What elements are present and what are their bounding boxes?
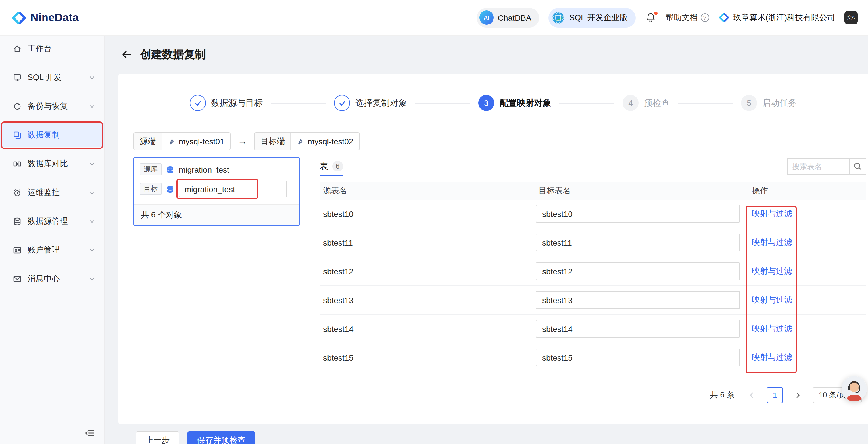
- target-table-input[interactable]: [536, 291, 740, 309]
- col-source-table: 源表名: [320, 182, 531, 200]
- mapping-filter-link[interactable]: 映射与过滤: [752, 266, 792, 276]
- mapping-table-area: 表 6: [320, 157, 866, 403]
- sidebar-item-label: 数据库对比: [28, 159, 68, 169]
- globe-icon: [552, 11, 565, 25]
- chevron-down-icon: [88, 160, 96, 168]
- pagination: 共 6 条 1 10 条/页: [320, 387, 866, 403]
- chevron-down-icon: [88, 189, 96, 197]
- sidebar-item-label: SQL 开发: [28, 72, 62, 83]
- table-row: sbtest15 映射与过滤: [320, 343, 866, 372]
- step-connector: [678, 103, 733, 103]
- tab-tables[interactable]: 表 6: [320, 157, 343, 175]
- step-label: 预检查: [644, 97, 670, 109]
- target-table-input[interactable]: [536, 205, 740, 223]
- help-docs-link[interactable]: 帮助文档 ?: [665, 12, 709, 23]
- chatdba-label: ChatDBA: [498, 13, 531, 22]
- step-connector: [271, 103, 326, 103]
- page-header: 创建数据复制: [104, 36, 868, 73]
- source-endpoint: 源端 mysql-test01: [133, 132, 231, 150]
- prev-step-button[interactable]: 上一步: [136, 431, 179, 444]
- sidebar-collapse-button[interactable]: [85, 428, 95, 438]
- brand[interactable]: NineData: [11, 10, 79, 25]
- back-button[interactable]: [121, 49, 132, 60]
- chevron-down-icon: [88, 73, 96, 82]
- step-number: 4: [623, 95, 639, 111]
- source-table-name: sbtest15: [320, 353, 531, 362]
- menu-fold-icon: [85, 428, 95, 438]
- target-table-input[interactable]: [536, 349, 740, 366]
- target-db-row: 目标: [134, 178, 300, 204]
- tab-label: 表: [320, 161, 328, 172]
- datasource-icon: [168, 138, 175, 145]
- target-db-input[interactable]: [179, 181, 287, 197]
- source-db-name: migration_test: [179, 165, 229, 174]
- source-table-name: sbtest13: [320, 295, 531, 304]
- target-table-input[interactable]: [536, 320, 740, 337]
- notification-bell-button[interactable]: [645, 12, 656, 23]
- source-db-tag: 源库: [140, 163, 161, 175]
- sidebar-item-label: 运维监控: [28, 187, 60, 198]
- next-page-button[interactable]: [790, 387, 806, 403]
- target-endpoint: 目标端 mysql-test02: [254, 132, 360, 150]
- source-table-name: sbtest11: [320, 238, 531, 247]
- sidebar-item-label: 备份与恢复: [28, 101, 68, 112]
- wizard-footer: 上一步 保存并预检查: [136, 431, 868, 444]
- sidebar-item-account-mgmt[interactable]: 账户管理: [0, 238, 104, 262]
- sidebar-item-sql-dev[interactable]: SQL 开发: [0, 65, 104, 90]
- chatdba-button[interactable]: AI ChatDBA: [476, 8, 539, 27]
- tab-active-indicator: [320, 175, 343, 176]
- source-table-name: sbtest10: [320, 209, 531, 218]
- step-number: 5: [741, 95, 757, 111]
- edition-button[interactable]: SQL 开发企业版: [549, 8, 636, 27]
- terminal-icon: [13, 73, 22, 82]
- search-input[interactable]: [787, 158, 849, 174]
- sidebar-item-ops-monitor[interactable]: 运维监控: [0, 181, 104, 205]
- mapping-filter-link[interactable]: 映射与过滤: [752, 295, 792, 305]
- target-table-input[interactable]: [536, 262, 740, 280]
- content-columns: 源库 migration_test 目标: [133, 157, 868, 403]
- step-5: 5 启动任务: [741, 95, 797, 111]
- source-table-name: sbtest14: [320, 324, 531, 333]
- mail-icon: [13, 274, 22, 284]
- sidebar-item-backup-restore[interactable]: 备份与恢复: [0, 94, 104, 118]
- sidebar-item-data-replication[interactable]: 数据复制: [0, 123, 104, 147]
- tab-count-badge: 6: [332, 161, 343, 171]
- database-icon: [13, 217, 22, 226]
- language-switch-button[interactable]: 文A: [844, 11, 858, 24]
- sidebar-item-db-compare[interactable]: 数据库对比: [0, 152, 104, 176]
- current-page[interactable]: 1: [767, 387, 783, 403]
- sidebar: 工作台 SQL 开发 备份与恢复: [0, 36, 104, 444]
- step-done-icon: [190, 95, 206, 111]
- page-title: 创建数据复制: [140, 47, 206, 62]
- step-4: 4 预检查: [623, 95, 670, 111]
- sidebar-item-message-center[interactable]: 消息中心: [0, 267, 104, 291]
- table-search: [787, 158, 866, 175]
- edition-label: SQL 开发企业版: [569, 12, 628, 23]
- sidebar-item-datasource-mgmt[interactable]: 数据源管理: [0, 209, 104, 234]
- sidebar-item-workbench[interactable]: 工作台: [0, 37, 104, 61]
- help-label: 帮助文档: [665, 12, 698, 23]
- table-row: sbtest11 映射与过滤: [320, 228, 866, 257]
- mapping-filter-link[interactable]: 映射与过滤: [752, 352, 792, 363]
- mapping-filter-link[interactable]: 映射与过滤: [752, 324, 792, 334]
- prev-page-button[interactable]: [744, 387, 760, 403]
- datasource-icon: [297, 138, 304, 145]
- ai-icon: AI: [479, 10, 494, 25]
- mapping-filter-link[interactable]: 映射与过滤: [752, 237, 792, 247]
- endpoints-row: 源端 mysql-test01 → 目标端: [133, 132, 868, 150]
- search-button[interactable]: [849, 158, 866, 174]
- save-precheck-button[interactable]: 保存并预检查: [187, 431, 255, 444]
- chevron-right-icon: [795, 392, 802, 398]
- step-connector: [559, 103, 615, 103]
- company-menu[interactable]: 玖章算术(浙江)科技有限公司: [718, 12, 835, 23]
- search-icon: [854, 162, 862, 170]
- target-table-input[interactable]: [536, 234, 740, 251]
- pagination-total: 共 6 条: [710, 390, 735, 400]
- source-endpoint-tag: 源端: [134, 133, 162, 150]
- customer-service-button[interactable]: [842, 376, 867, 402]
- database-icon: [166, 165, 174, 173]
- arrow-left-icon: [121, 49, 132, 60]
- mapping-filter-link[interactable]: 映射与过滤: [752, 208, 792, 219]
- db-mapping-panel[interactable]: 源库 migration_test 目标: [133, 157, 300, 226]
- top-header: NineData AI ChatDBA SQL 开发企业版: [0, 0, 868, 36]
